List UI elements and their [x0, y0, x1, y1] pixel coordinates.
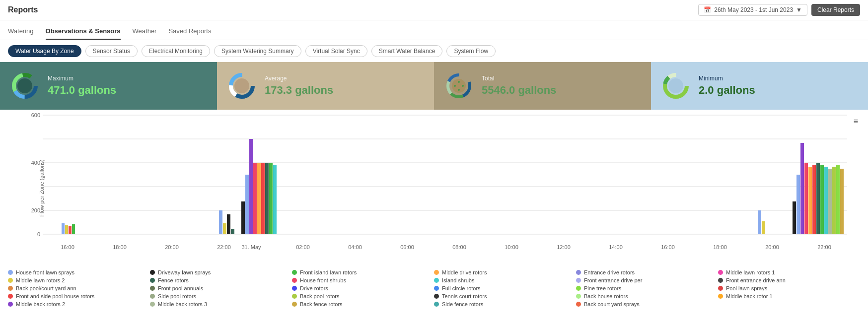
svg-rect-74 — [820, 165, 824, 234]
svg-text:02:00: 02:00 — [296, 244, 310, 250]
legend-item: Driveway lawn sprays — [150, 269, 292, 275]
legend-label: Front pool annuals — [158, 285, 203, 291]
card-total-text: Total 5546.0 gallons — [482, 75, 556, 97]
legend-item: Pine tree rotors — [576, 285, 718, 291]
card-maximum-text: Maximum 471.0 gallons — [48, 75, 116, 97]
subtab-watering-summary[interactable]: System Watering Summary — [214, 45, 301, 57]
legend-color — [718, 278, 723, 283]
subtab-smart-water[interactable]: Smart Water Balance — [371, 45, 443, 57]
donut-chart-total — [444, 71, 474, 101]
svg-rect-42 — [249, 139, 253, 234]
legend-color — [434, 270, 439, 275]
card-average-text: Average 173.3 gallons — [265, 75, 333, 97]
tab-weather[interactable]: Weather — [133, 25, 157, 40]
svg-text:06:00: 06:00 — [400, 244, 414, 250]
subtab-sensor-status[interactable]: Sensor Status — [85, 45, 138, 57]
svg-text:31. May: 31. May — [241, 244, 261, 250]
svg-rect-38 — [227, 214, 230, 234]
legend-label: Driveway lawn sprays — [158, 269, 211, 275]
legend-color — [434, 302, 439, 307]
legend-item: Front pool annuals — [150, 285, 292, 291]
tab-watering[interactable]: Watering — [8, 25, 34, 40]
legend-item: Fence rotors — [150, 277, 292, 283]
svg-point-21 — [668, 78, 683, 93]
legend-color — [718, 294, 723, 299]
svg-rect-72 — [812, 165, 816, 234]
svg-text:0: 0 — [37, 231, 40, 237]
svg-point-4 — [17, 78, 32, 93]
legend-item: Side pool rotors — [150, 293, 292, 299]
clear-reports-button[interactable]: Clear Reports — [811, 4, 860, 16]
tab-observations-sensors[interactable]: Observations & Sensors — [46, 25, 121, 40]
card-maximum-value: 471.0 gallons — [48, 84, 116, 97]
subtab-water-usage[interactable]: Water Usage By Zone — [8, 45, 81, 57]
card-minimum-label: Minimum — [699, 75, 755, 82]
legend-label: Middle lawn rotors 2 — [16, 277, 65, 283]
legend-label: Middle back rotors 2 — [16, 301, 65, 307]
subtab-system-flow[interactable]: System Flow — [446, 45, 496, 57]
legend-label: Side fence rotors — [442, 301, 483, 307]
svg-rect-35 — [72, 224, 75, 234]
legend-item: Middle back rotors 3 — [150, 301, 292, 307]
svg-text:18:00: 18:00 — [713, 244, 727, 250]
legend-item: Full circle rotors — [434, 285, 576, 291]
svg-point-16 — [458, 89, 460, 91]
legend-label: Island shrubs — [442, 277, 474, 283]
legend-color — [576, 286, 581, 291]
svg-rect-34 — [69, 226, 72, 234]
subtab-electrical[interactable]: Electrical Monitoring — [142, 45, 210, 57]
legend-col-4: Middle drive rotors Island shrubs Full c… — [434, 269, 576, 307]
legend-item: Tennis court rotors — [434, 293, 576, 299]
donut-chart-minimum — [661, 71, 691, 101]
card-minimum-text: Minimum 2.0 gallons — [699, 75, 755, 97]
legend-label: House front lawn sprays — [16, 269, 74, 275]
legend-color — [8, 270, 13, 275]
svg-text:600: 600 — [31, 112, 40, 118]
legend-label: Middle back rotor 1 — [726, 293, 773, 299]
subtab-solar-sync[interactable]: Virtual Solar Sync — [305, 45, 367, 57]
legend-color — [718, 286, 723, 291]
svg-rect-44 — [257, 163, 261, 234]
bar-chart: 600 400 200 0 — [43, 115, 847, 259]
legend-item: Back house rotors — [576, 293, 718, 299]
date-range-picker[interactable]: 📅 26th May 2023 - 1st Jun 2023 ▼ — [698, 4, 807, 16]
legend-label: Front island lawn rotors — [300, 269, 357, 275]
card-maximum-label: Maximum — [48, 75, 116, 82]
legend-color — [292, 270, 297, 275]
svg-point-15 — [462, 85, 464, 87]
legend-item: Back fence rotors — [292, 301, 434, 307]
svg-rect-45 — [261, 163, 265, 234]
calendar-icon: 📅 — [704, 6, 711, 13]
sub-tabs: Water Usage By Zone Sensor Status Electr… — [0, 40, 868, 62]
legend-item: House front shrubs — [292, 277, 434, 283]
legend-col-5: Entrance drive rotors Front entrance dri… — [576, 269, 718, 307]
legend-col-1: House front lawn sprays Middle lawn roto… — [8, 269, 150, 307]
svg-rect-36 — [219, 210, 222, 234]
page-title: Reports — [8, 5, 38, 14]
legend-color — [8, 294, 13, 299]
legend-label: Tennis court rotors — [442, 293, 487, 299]
legend-item: Entrance drive rotors — [576, 269, 718, 275]
svg-rect-46 — [265, 163, 269, 234]
legend-color — [150, 278, 155, 283]
svg-rect-48 — [273, 165, 277, 234]
legend-color — [576, 302, 581, 307]
legend-label: Front entrance drive per — [584, 277, 642, 283]
legend-item: Front entrance drive ann — [718, 277, 860, 283]
legend-color — [576, 278, 581, 283]
legend-label: House front shrubs — [300, 277, 346, 283]
legend-label: Back fence rotors — [300, 301, 343, 307]
legend-label: Drive rotors — [300, 285, 328, 291]
legend-item: Front entrance drive per — [576, 277, 718, 283]
card-average-value: 173.3 gallons — [265, 84, 333, 97]
svg-rect-43 — [253, 163, 257, 234]
tab-saved-reports[interactable]: Saved Reports — [168, 25, 211, 40]
legend-label: Pine tree rotors — [584, 285, 621, 291]
header: Reports 📅 26th May 2023 - 1st Jun 2023 ▼… — [0, 0, 868, 20]
card-minimum: Minimum 2.0 gallons — [651, 62, 868, 110]
legend-color — [434, 294, 439, 299]
legend-item: Middle drive rotors — [434, 269, 576, 275]
svg-rect-65 — [758, 210, 761, 234]
legend-item: Side fence rotors — [434, 301, 576, 307]
chart-legend: House front lawn sprays Middle lawn roto… — [0, 265, 868, 311]
